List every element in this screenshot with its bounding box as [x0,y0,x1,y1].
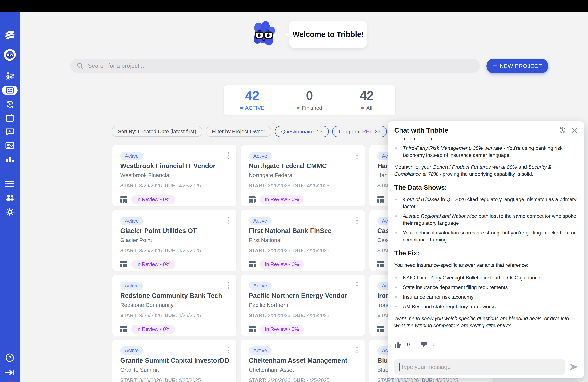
card-dates: START: 3/26/2026 DUE: 4/25/2025 [249,313,329,318]
all-dot [361,106,364,109]
sort-by-chip[interactable]: Sort By: Created Date (latest first) [112,126,202,137]
sign-out-icon[interactable] [0,370,20,376]
card-menu-icon[interactable] [357,282,357,289]
card-subtitle: Cheltenham Asset [249,367,294,373]
svg-text:?: ? [8,355,11,360]
chat-divider [388,354,584,354]
stat-active[interactable]: 42 ACTIVE [224,85,281,115]
review-badge: In Review • 0% [260,195,304,204]
status-badge: Active [249,281,272,290]
card-dates: START: 3/26/2026 DUE: 4/25/2025 [249,183,329,189]
search-input[interactable] [87,62,464,69]
project-search[interactable] [70,59,480,73]
card-title: First National Bank FinSec [249,227,358,234]
review-badge: In Review • 0% [131,195,175,204]
mascot-avatar[interactable] [4,49,16,61]
finished-dot [297,106,299,109]
chat-heading: The Fix: [394,249,578,257]
welcome-bubble: Welcome to Tribble! [289,21,367,48]
card-menu-icon[interactable] [228,152,229,159]
thumbs-down-icon[interactable] [420,341,427,348]
close-icon[interactable] [571,127,578,134]
card-menu-icon[interactable] [228,217,229,224]
tasks-icon[interactable] [0,142,20,149]
message-input[interactable] [400,363,554,370]
analytics-icon[interactable] [0,156,20,163]
review-badge: In Review • 0% [131,325,175,334]
card-title: Granite Summit Capital InvestorDD [120,357,230,364]
settings-gear-icon[interactable] [0,208,20,216]
help-icon[interactable]: ? [0,353,20,362]
project-card[interactable]: Active Northgate Federal CMMC Northgate … [241,145,365,206]
filter-owner-chip[interactable]: Filter by Project Owner [206,126,271,137]
send-icon[interactable] [569,364,578,370]
project-stats-card: 42 ACTIVE 0 Finished 42 All [223,85,396,115]
longform-chip[interactable]: Longform RFx: 29 [332,126,387,137]
questionnaire-chip[interactable]: Questionnaire: 13 [275,126,329,137]
project-card[interactable]: Active Westbrook Financial IT Vendor Wes… [112,145,236,206]
status-badge: Active [249,152,272,160]
likes-count: 0 [407,342,410,347]
stat-finished[interactable]: 0 Finished [281,85,338,115]
review-badge: In Review • 0% [131,260,175,269]
project-card[interactable]: Active Granite Summit Capital InvestorDD… [112,340,236,382]
page-title: Welcome to Tribble! [293,30,364,39]
card-menu-icon[interactable] [357,152,357,159]
status-badge: Active [120,281,143,290]
feedback-row: 0 0 [394,340,578,349]
project-card[interactable]: Active Pacific Northern Energy Vendor Pa… [241,275,365,336]
card-subtitle: Hartf [377,172,389,178]
table-icon [120,326,127,332]
card-dates: START: 3/26/2026 DUE: 4/25/2025 [120,313,201,318]
table-icon [120,196,127,203]
tribble-logo-icon[interactable] [0,30,20,40]
table-icon [249,196,256,203]
card-title: Northgate Federal CMMC [249,162,358,170]
chat-sparkle-icon[interactable] [0,128,20,136]
new-project-button[interactable]: + NEW PROJECT [486,59,548,73]
chat-message: Third-Party Risk Management: 38% win rat… [394,138,578,339]
card-subtitle: Pacific Northern [249,302,288,308]
card-dates: START: 3/26/2026 DUE: 4/25/2025 [377,377,458,382]
card-title: Cheltenham Asset Management [249,357,358,364]
queue-icon[interactable] [0,180,20,188]
top-bar [0,0,588,12]
card-menu-icon[interactable] [228,347,229,353]
card-menu-icon[interactable] [357,347,357,353]
people-icon[interactable] [0,194,20,201]
status-badge: Active [120,346,143,355]
card-menu-icon[interactable] [228,282,229,289]
card-title: Westbrook Financial IT Vendor [120,162,230,170]
project-card[interactable]: Active Glacier Point Utilities OT Glacie… [112,210,236,271]
table-icon [377,261,384,267]
card-title: Redstone Community Bank Tech [120,292,230,299]
sidebar-item-projects-active[interactable] [2,85,18,95]
text-caret [399,363,400,371]
history-icon[interactable] [559,126,567,134]
sync-icon[interactable] [0,100,20,108]
handoff-icon[interactable] [0,72,20,80]
thumbs-up-icon[interactable] [394,341,401,348]
card-subtitle: First National [249,237,281,243]
card-menu-icon[interactable] [357,217,357,224]
card-subtitle: Northgate Federal [249,172,294,178]
sidebar: ? TK [0,12,20,382]
chat-input[interactable] [394,359,565,375]
project-card[interactable]: Active Redstone Community Bank Tech Reds… [112,275,236,336]
user-avatar[interactable]: TK [4,380,15,382]
filter-row: Sort By: Created Date (latest first) Fil… [112,126,387,137]
card-title: Pacific Northern Energy Vendor [249,292,358,299]
card-dates: START: 3/26/2026 DUE: 4/25/2025 [249,377,329,382]
stat-all[interactable]: 42 All [338,85,395,115]
project-card[interactable]: Active First National Bank FinSec First … [241,210,365,271]
card-subtitle: Redstone Community [120,302,174,308]
status-badge: Active [249,346,272,355]
card-subtitle: Westbrook Financial [120,172,170,178]
card-dates: START: 3/26/2026 DUE: 4/25/2025 [249,248,329,254]
chat-input-row [394,359,578,375]
chat-panel: Chat with Tribble Third-Party Risk Manag… [388,121,584,378]
calendar-icon[interactable] [0,114,20,122]
card-dates: START: 3/26/2026 DUE: 4/25/2025 [120,377,201,382]
project-card[interactable]: Active Cheltenham Asset Management Chelt… [241,340,365,382]
review-badge: In Review • 0% [260,325,304,334]
